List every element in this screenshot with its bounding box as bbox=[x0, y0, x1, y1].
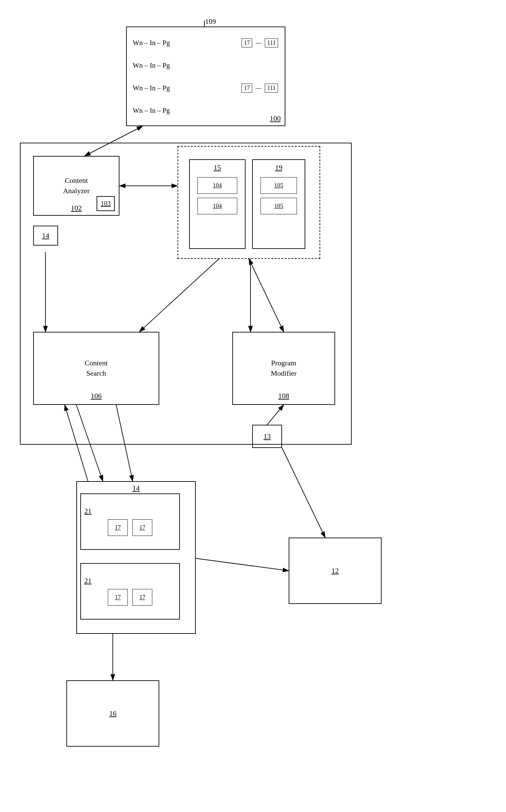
box-109: Wn – In – Pg 17 — 111 Wn – In – Pg Wn – … bbox=[126, 26, 285, 126]
box-16: 16 bbox=[66, 680, 159, 747]
box-106: Content Search 106 bbox=[33, 332, 159, 405]
box-12: 12 bbox=[289, 538, 382, 604]
dash-1: — bbox=[255, 39, 261, 47]
small-box-17b: 17 bbox=[242, 84, 252, 93]
program-modifier-text: Program Modifier bbox=[271, 358, 297, 379]
svg-line-12 bbox=[267, 405, 284, 425]
svg-line-10 bbox=[65, 405, 88, 481]
wn-text-4: Wn – In – Pg bbox=[133, 106, 279, 115]
small-box-105b: 105 bbox=[260, 198, 297, 214]
box-21-top-inner: 17 17 bbox=[107, 519, 153, 537]
box-21-top: 21 17 17 bbox=[80, 493, 180, 550]
ref-19: 19 bbox=[275, 163, 282, 172]
ref-21-bottom: 21 bbox=[84, 576, 92, 585]
small-box-105a: 105 bbox=[260, 177, 297, 194]
label-109: 109 bbox=[205, 17, 216, 26]
svg-line-6 bbox=[249, 259, 284, 332]
wn-text-1: Wn – In – Pg bbox=[133, 39, 239, 47]
box-15: 15 104 104 bbox=[189, 159, 246, 249]
box-21-bottom: 21 17 17 bbox=[80, 563, 180, 620]
box-21-bottom-inner: 17 17 bbox=[107, 588, 153, 606]
box-13: 13 bbox=[252, 425, 282, 448]
box-14-large: 14 21 17 17 21 17 17 bbox=[76, 481, 196, 634]
small-box-17d: 17 bbox=[133, 519, 152, 536]
box-103: 103 bbox=[97, 196, 115, 211]
svg-line-9 bbox=[116, 405, 133, 481]
box-102: Content Analyzer 102 103 bbox=[33, 156, 119, 216]
svg-line-8 bbox=[76, 405, 103, 481]
ref-100: 100 bbox=[270, 114, 281, 123]
svg-line-14 bbox=[189, 558, 289, 571]
wn-row-2: Wn – In – Pg bbox=[133, 61, 279, 70]
box-19: 19 105 105 bbox=[252, 159, 305, 249]
box-108: Program Modifier 108 bbox=[232, 332, 335, 405]
small-box-17e: 17 bbox=[108, 589, 128, 605]
ref-102-label: 102 bbox=[71, 204, 82, 213]
content-search-text: Content Search bbox=[85, 358, 108, 379]
wn-row-3: Wn – In – Pg 17 — 111 bbox=[133, 83, 279, 93]
dash-2: — bbox=[255, 85, 261, 92]
ref-14-large-label: 14 bbox=[133, 484, 140, 492]
box-14-small: 14 bbox=[33, 226, 58, 246]
small-box-17c: 17 bbox=[108, 519, 128, 536]
small-box-104b: 104 bbox=[197, 198, 237, 214]
svg-line-7 bbox=[139, 259, 219, 332]
ref-108-label: 108 bbox=[278, 392, 289, 400]
wn-text-3: Wn – In – Pg bbox=[133, 84, 239, 92]
small-box-17a: 17 bbox=[242, 38, 252, 48]
svg-line-13 bbox=[282, 448, 325, 538]
small-box-111a: 111 bbox=[265, 38, 278, 48]
ref-15: 15 bbox=[214, 163, 221, 172]
diagram-container: 109 Wn – In – Pg 17 — 111 Wn – In – Pg W… bbox=[0, 0, 506, 812]
ref-106-label: 106 bbox=[91, 392, 102, 400]
small-box-104a: 104 bbox=[197, 177, 237, 194]
wn-row-4: Wn – In – Pg bbox=[133, 106, 279, 115]
ref-21-top: 21 bbox=[84, 507, 92, 515]
small-box-111b: 111 bbox=[265, 84, 278, 93]
small-box-17f: 17 bbox=[133, 589, 152, 605]
wn-row-1: Wn – In – Pg 17 — 111 bbox=[133, 38, 279, 48]
wn-text-2: Wn – In – Pg bbox=[133, 61, 279, 70]
svg-line-2 bbox=[85, 126, 143, 156]
content-analyzer-text: Content Analyzer bbox=[63, 175, 90, 196]
